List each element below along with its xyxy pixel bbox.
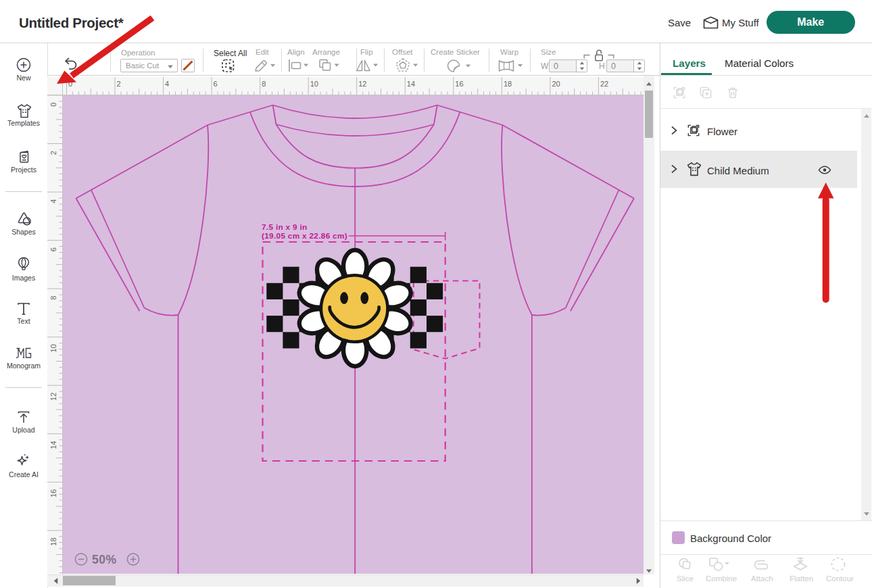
- svg-text:0: 0: [68, 80, 72, 88]
- svg-text:7.5 in x 9 in: 7.5 in x 9 in: [262, 222, 308, 232]
- svg-text:6: 6: [214, 80, 218, 88]
- svg-text:4: 4: [165, 80, 169, 88]
- svg-text:0: 0: [49, 103, 57, 107]
- svg-text:2: 2: [117, 80, 121, 88]
- svg-text:4: 4: [49, 199, 57, 203]
- svg-text:14: 14: [49, 441, 57, 449]
- svg-text:14: 14: [407, 80, 415, 88]
- svg-text:20: 20: [552, 80, 560, 88]
- svg-text:8: 8: [49, 296, 57, 300]
- svg-text:10: 10: [49, 344, 57, 352]
- svg-text:12: 12: [49, 393, 57, 401]
- svg-text:16: 16: [49, 489, 57, 497]
- svg-text:50%: 50%: [92, 553, 117, 566]
- svg-text:18: 18: [49, 537, 57, 545]
- svg-text:(19.05 cm x 22.86 cm): (19.05 cm x 22.86 cm): [262, 231, 347, 241]
- svg-text:22: 22: [600, 80, 608, 88]
- svg-text:18: 18: [504, 80, 512, 88]
- svg-text:10: 10: [310, 80, 318, 88]
- svg-text:12: 12: [358, 80, 366, 88]
- svg-text:6: 6: [49, 247, 57, 251]
- svg-text:8: 8: [262, 80, 266, 88]
- svg-text:16: 16: [455, 80, 463, 88]
- svg-text:2: 2: [49, 151, 57, 155]
